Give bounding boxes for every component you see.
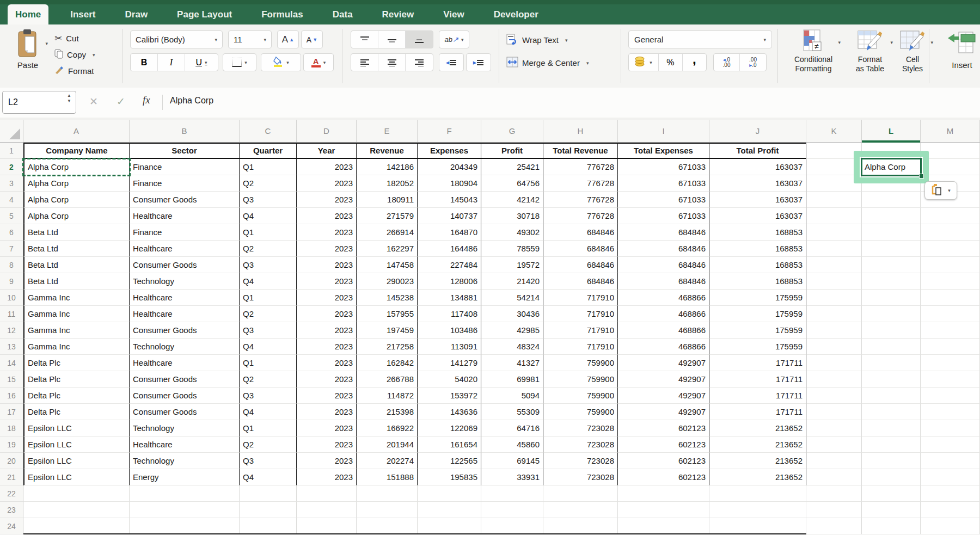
cell-A6[interactable]: Beta Ltd [23, 224, 130, 241]
cell-A10[interactable]: Gamma Inc [23, 290, 130, 306]
cell-L8[interactable] [862, 257, 921, 273]
cell-C2[interactable]: Q1 [240, 159, 297, 175]
cell-M19[interactable] [921, 436, 980, 453]
cut-button[interactable]: ✂ Cut [54, 33, 79, 44]
cell-K7[interactable] [806, 241, 862, 257]
cell-M12[interactable] [921, 322, 980, 339]
cell-G19[interactable]: 45860 [481, 436, 543, 453]
orientation-button[interactable]: ab↗ ▾ [439, 30, 469, 48]
grow-font-button[interactable]: A ▲ [277, 30, 299, 48]
cell-F16[interactable]: 153972 [418, 388, 481, 404]
row-header-12[interactable]: 12 [0, 322, 23, 339]
column-header-M[interactable]: M [921, 120, 980, 142]
cell-G17[interactable]: 55309 [481, 404, 543, 420]
cell-E23[interactable] [357, 502, 418, 518]
cell-G8[interactable]: 19572 [481, 257, 543, 273]
cell-E1[interactable]: Revenue [357, 143, 418, 159]
insert-function-icon[interactable]: fx [143, 94, 150, 106]
cell-K10[interactable] [806, 290, 862, 306]
align-left-button[interactable] [351, 54, 378, 71]
cell-D8[interactable]: 2023 [297, 257, 357, 273]
font-color-button[interactable]: A ▾ [303, 53, 334, 71]
cell-M17[interactable] [921, 404, 980, 420]
tab-draw[interactable]: Draw [118, 4, 156, 24]
cell-L15[interactable] [862, 371, 921, 388]
cell-F14[interactable]: 141279 [418, 355, 481, 371]
cell-A8[interactable]: Beta Ltd [23, 257, 130, 273]
column-header-H[interactable]: H [543, 120, 618, 142]
cell-B20[interactable]: Technology [130, 453, 240, 469]
cell-A18[interactable]: Epsilon LLC [23, 420, 130, 436]
row-header-7[interactable]: 7 [0, 241, 23, 257]
cell-J6[interactable]: 168853 [709, 224, 806, 241]
cell-B4[interactable]: Consumer Goods [130, 192, 240, 208]
cell-H3[interactable]: 776728 [543, 175, 618, 192]
cell-E3[interactable]: 182052 [357, 175, 418, 192]
cell-F20[interactable]: 122565 [418, 453, 481, 469]
borders-button[interactable]: ▾ [223, 53, 256, 71]
conditional-formatting-button[interactable]: ≠ ▾ ConditionalFormatting [783, 29, 844, 73]
cell-G21[interactable]: 33931 [481, 469, 543, 485]
cell-K19[interactable] [806, 436, 862, 453]
cell-D17[interactable]: 2023 [297, 404, 357, 420]
tab-developer[interactable]: Developer [486, 4, 546, 24]
cell-C11[interactable]: Q2 [240, 306, 297, 322]
row-header-2[interactable]: 2 [0, 159, 23, 175]
cell-D9[interactable]: 2023 [297, 273, 357, 290]
cell-A15[interactable]: Delta Plc [23, 371, 130, 388]
cell-L20[interactable] [862, 453, 921, 469]
column-header-L[interactable]: L [862, 120, 921, 142]
cell-C8[interactable]: Q3 [240, 257, 297, 273]
formula-input[interactable]: Alpha Corp [170, 96, 213, 106]
cell-K24[interactable] [806, 518, 862, 534]
cell-I9[interactable]: 684846 [618, 273, 709, 290]
cell-B17[interactable]: Consumer Goods [130, 404, 240, 420]
row-header-11[interactable]: 11 [0, 306, 23, 322]
cell-J18[interactable]: 213652 [709, 420, 806, 436]
cell-K9[interactable] [806, 273, 862, 290]
cell-I2[interactable]: 671033 [618, 159, 709, 175]
cell-J24[interactable] [709, 518, 806, 534]
column-header-J[interactable]: J [709, 120, 806, 142]
cell-C19[interactable]: Q2 [240, 436, 297, 453]
cell-L16[interactable] [862, 388, 921, 404]
increase-indent-button[interactable]: ▸ [466, 53, 491, 71]
cell-B19[interactable]: Healthcare [130, 436, 240, 453]
row-header-18[interactable]: 18 [0, 420, 23, 436]
cell-B14[interactable]: Healthcare [130, 355, 240, 371]
cell-K14[interactable] [806, 355, 862, 371]
column-header-E[interactable]: E [357, 120, 418, 142]
tab-insert[interactable]: Insert [63, 4, 103, 24]
column-header-G[interactable]: G [481, 120, 543, 142]
cell-M2[interactable] [921, 159, 980, 175]
tab-review[interactable]: Review [375, 4, 422, 24]
cell-H15[interactable]: 759900 [543, 371, 618, 388]
cell-A9[interactable]: Beta Ltd [23, 273, 130, 290]
cell-D4[interactable]: 2023 [297, 192, 357, 208]
cell-K22[interactable] [806, 485, 862, 502]
cell-A5[interactable]: Alpha Corp [23, 208, 130, 224]
cell-J3[interactable]: 163037 [709, 175, 806, 192]
row-header-23[interactable]: 23 [0, 502, 23, 518]
cell-F7[interactable]: 164486 [418, 241, 481, 257]
cell-A4[interactable]: Alpha Corp [23, 192, 130, 208]
column-header-I[interactable]: I [618, 120, 709, 142]
cell-A16[interactable]: Delta Plc [23, 388, 130, 404]
row-header-8[interactable]: 8 [0, 257, 23, 273]
select-all-corner[interactable] [0, 120, 23, 142]
cell-L11[interactable] [862, 306, 921, 322]
cell-J7[interactable]: 168853 [709, 241, 806, 257]
cell-F15[interactable]: 54020 [418, 371, 481, 388]
cell-C5[interactable]: Q4 [240, 208, 297, 224]
row-header-21[interactable]: 21 [0, 469, 23, 485]
cell-K2[interactable] [806, 159, 862, 175]
cell-L22[interactable] [862, 485, 921, 502]
cell-G5[interactable]: 30718 [481, 208, 543, 224]
comma-style-button[interactable]: , [683, 54, 706, 71]
cell-H7[interactable]: 684846 [543, 241, 618, 257]
cell-J4[interactable]: 163037 [709, 192, 806, 208]
cell-M23[interactable] [921, 502, 980, 518]
cell-I4[interactable]: 671033 [618, 192, 709, 208]
cell-I14[interactable]: 492907 [618, 355, 709, 371]
accounting-format-button[interactable]: ▾ [629, 54, 659, 71]
